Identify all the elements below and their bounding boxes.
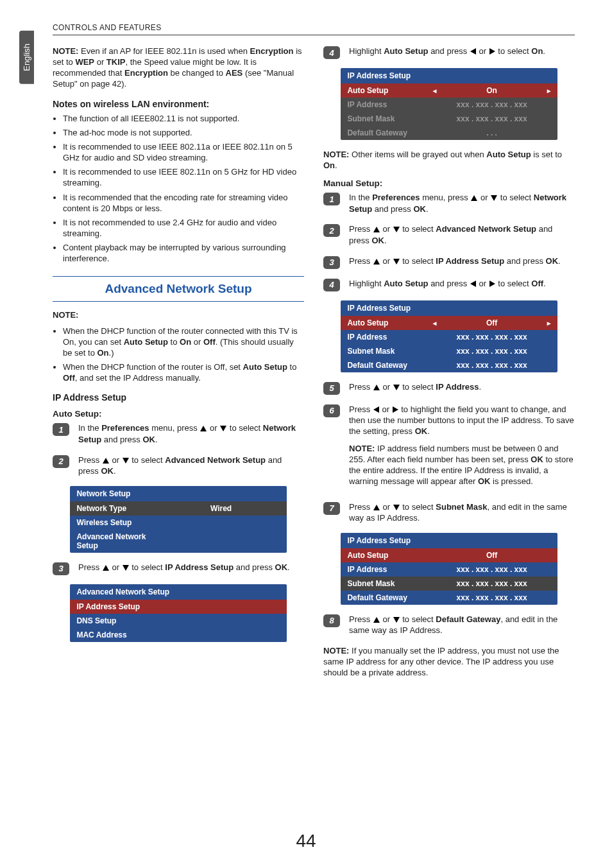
up-arrow-icon: [373, 259, 380, 265]
note-encryption: NOTE: Even if an AP for IEEE 802.11n is …: [53, 46, 304, 90]
menu-network-setup: Network Setup Network TypeWired Wireless…: [70, 486, 286, 553]
mstep-1-text: In the Preferences menu, press or to sel…: [349, 192, 575, 214]
left-arrow-icon: [373, 406, 379, 413]
mstep-3-text: Press or to select IP Address Setup and …: [349, 256, 575, 267]
wlan-bullets: The function of all IEEE802.11 is not su…: [53, 113, 304, 265]
page-header: CONTROLS AND FEATURES: [53, 23, 575, 35]
down-arrow-icon: [123, 458, 129, 464]
up-arrow-icon: [471, 195, 477, 201]
right-arrow-icon: [489, 281, 495, 287]
final-note: NOTE: If you manually set the IP address…: [323, 645, 575, 678]
down-arrow-icon: [393, 227, 400, 232]
menu-advanced-network-setup: Advanced Network Setup IP Address Setup …: [70, 584, 286, 642]
down-arrow-icon: [393, 505, 400, 510]
left-arrow-icon: [470, 48, 476, 55]
menu-ip-setup-off-2: IP Address Setup Auto SetupOff IP Addres…: [341, 533, 557, 605]
mstep-badge-5: 5: [323, 382, 340, 395]
mstep-badge-1: 1: [323, 193, 340, 205]
step-4-text: Highlight Auto Setup and press or to sel…: [349, 46, 575, 57]
up-arrow-icon: [200, 426, 207, 431]
up-arrow-icon: [103, 565, 109, 571]
mstep-8-text: Press or to select Default Gateway, and …: [349, 614, 575, 636]
step-badge-2: 2: [53, 455, 69, 468]
step-1-text: In the Preferences menu, press or to sel…: [78, 422, 304, 445]
step-2-text: Press or to select Advanced Network Setu…: [78, 455, 304, 477]
note-label: NOTE:: [53, 309, 304, 320]
note2-bullets: When the DHCP function of the router con…: [53, 326, 304, 384]
up-arrow-icon: [103, 458, 109, 464]
menu-ip-setup-off: IP Address Setup Auto Setup◄Off► IP Addr…: [341, 300, 557, 372]
section-banner-advanced-network: Advanced Network Setup: [53, 276, 304, 302]
mstep-badge-2: 2: [323, 224, 340, 237]
ip-address-setup-heading: IP Address Setup: [53, 392, 304, 403]
page-number: 44: [296, 831, 316, 851]
up-arrow-icon: [373, 617, 380, 623]
step-badge-4: 4: [323, 46, 340, 59]
down-arrow-icon: [491, 195, 497, 201]
note-auto-setup-on: NOTE: Other items will be grayed out whe…: [323, 149, 575, 171]
left-arrow-icon: [470, 281, 476, 287]
menu-ip-setup-on: IP Address Setup Auto Setup◄On► IP Addre…: [341, 68, 557, 140]
mstep-7-text: Press or to select Subnet Mask, and edit…: [349, 501, 575, 524]
up-arrow-icon: [373, 385, 380, 390]
mstep-badge-4: 4: [323, 279, 340, 291]
up-arrow-icon: [373, 505, 380, 510]
step-badge-3: 3: [53, 562, 69, 575]
left-column: NOTE: Even if an AP for IEEE 802.11n is …: [53, 46, 304, 686]
mstep-badge-8: 8: [323, 614, 340, 627]
right-column: 4 Highlight Auto Setup and press or to s…: [323, 46, 575, 686]
step-badge-1: 1: [53, 423, 69, 436]
right-arrow-icon: [489, 48, 495, 55]
mstep-badge-3: 3: [323, 256, 340, 269]
down-arrow-icon: [393, 259, 400, 265]
manual-setup-heading: Manual Setup:: [323, 178, 575, 188]
mstep-6-text: Press or to highlight the field you want…: [349, 404, 575, 492]
up-arrow-icon: [373, 227, 380, 232]
down-arrow-icon: [393, 617, 400, 623]
mstep-badge-7: 7: [323, 502, 340, 515]
down-arrow-icon: [220, 426, 226, 431]
down-arrow-icon: [393, 385, 400, 390]
mstep-5-text: Press or to select IP Address.: [349, 381, 575, 393]
auto-setup-heading: Auto Setup:: [53, 409, 304, 419]
mstep-badge-6: 6: [323, 404, 340, 417]
mstep-2-text: Press or to select Advanced Network Setu…: [349, 223, 575, 246]
right-arrow-icon: [393, 406, 398, 413]
wlan-heading: Notes on wireless LAN environment:: [53, 99, 304, 109]
mstep-4-text: Highlight Auto Setup and press or to sel…: [349, 278, 575, 290]
step-3-text: Press or to select IP Address Setup and …: [78, 562, 304, 573]
down-arrow-icon: [123, 565, 129, 571]
